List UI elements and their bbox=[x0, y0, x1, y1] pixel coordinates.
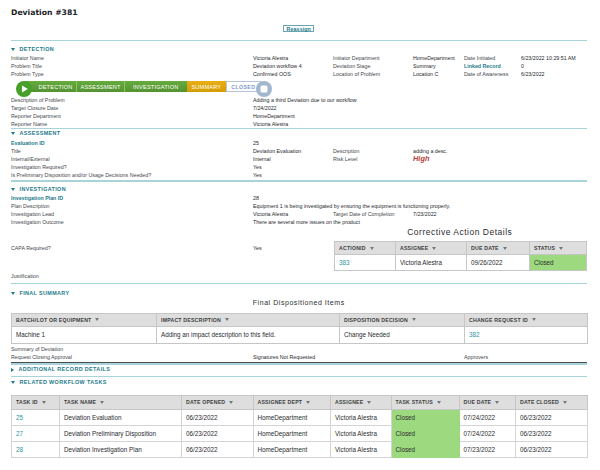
field-value: Yes bbox=[253, 244, 333, 252]
task-status-cell: Closed bbox=[391, 441, 459, 457]
due-date-cell: 09/26/2022 bbox=[467, 255, 530, 271]
field-label: Deviation Stage bbox=[333, 62, 413, 70]
reassign-button[interactable]: Reassign bbox=[283, 25, 314, 32]
expand-icon[interactable] bbox=[11, 368, 14, 372]
sort-icon[interactable] bbox=[42, 401, 46, 404]
field-row: Description of Problem Adding a third De… bbox=[11, 96, 587, 104]
field-value: Adding a third Deviation due to our work… bbox=[253, 96, 333, 104]
table-row: Machine 1 Adding an impact description t… bbox=[12, 327, 588, 344]
section-header-investigation[interactable]: INVESTIGATION bbox=[11, 186, 587, 193]
field-label: Date of Awareness bbox=[464, 70, 521, 78]
play-icon bbox=[16, 81, 32, 97]
table-row: 383 Victoria Alestra 09/26/2022 Closed bbox=[335, 255, 587, 271]
section-title: DETECTION bbox=[20, 46, 55, 53]
section-title: FINAL SUMMARY bbox=[20, 290, 70, 297]
assignee-dept-cell: HomeDepartment bbox=[253, 441, 331, 457]
column-header[interactable]: DATE CLOSED bbox=[516, 396, 588, 410]
workflow-tasks-table: TASK ID TASK NAME DATE OPENED ASSIGNEE D… bbox=[11, 395, 588, 458]
sort-icon[interactable] bbox=[412, 318, 416, 321]
workflow-stage-bar: DETECTION ASSESSMENT INVESTIGATION SUMMA… bbox=[16, 79, 278, 95]
field-label: Target Closure Date bbox=[11, 104, 253, 112]
section-header-assessment[interactable]: ASSESSMENT bbox=[11, 130, 587, 137]
due-date-cell: 07/24/2022 bbox=[459, 425, 516, 441]
action-id-link[interactable]: 383 bbox=[339, 259, 350, 266]
section-title: RELATED WORKFLOW TASKS bbox=[20, 379, 107, 386]
task-id-link[interactable]: 25 bbox=[16, 414, 23, 421]
assignee-cell: Victoria Alestra bbox=[331, 409, 392, 425]
task-id-link[interactable]: 28 bbox=[16, 446, 23, 453]
field-value: Yes bbox=[253, 163, 333, 171]
table-row: 25 Deviation Evaluation 06/23/2022 HomeD… bbox=[12, 409, 588, 425]
change-request-link[interactable]: 382 bbox=[469, 331, 480, 338]
sort-icon[interactable] bbox=[367, 401, 371, 404]
field-value: Internal bbox=[253, 155, 333, 163]
investigation-fields: Investigation Plan ID 28 Plan Descriptio… bbox=[11, 194, 587, 226]
column-header[interactable]: IMPACT DESCRIPTION bbox=[157, 313, 340, 326]
column-header[interactable]: DISPOSITION DECISION bbox=[340, 313, 465, 326]
section-divider bbox=[11, 376, 587, 377]
field-row: Problem Title Deviation workflow 4 Devia… bbox=[11, 62, 587, 70]
field-value: Victoria Alestra bbox=[253, 120, 333, 128]
table-row: 28 Deviation Investigation Plan 06/23/20… bbox=[12, 441, 588, 457]
sort-icon[interactable] bbox=[225, 318, 229, 321]
field-row: Title Deviation Evaluation Description a… bbox=[11, 147, 587, 155]
sort-icon[interactable] bbox=[229, 401, 233, 404]
impact-description-cell: Adding an impact description to this fie… bbox=[157, 327, 340, 344]
collapse-icon[interactable] bbox=[11, 132, 15, 135]
sort-icon[interactable] bbox=[100, 401, 104, 404]
field-label: Evaluation ID bbox=[11, 139, 253, 147]
column-header[interactable]: DATE OPENED bbox=[182, 396, 254, 410]
section-header-final-summary[interactable]: FINAL SUMMARY bbox=[11, 290, 587, 297]
sort-icon[interactable] bbox=[532, 318, 536, 321]
assignee-cell: Victoria Alestra bbox=[331, 441, 392, 457]
field-value: 7/23/2022 bbox=[413, 210, 464, 218]
column-header[interactable]: DUE DATE bbox=[459, 396, 516, 410]
field-label: Plan Description bbox=[11, 202, 253, 210]
collapse-icon[interactable] bbox=[11, 292, 15, 295]
collapse-icon[interactable] bbox=[11, 188, 15, 191]
sort-icon[interactable] bbox=[437, 401, 441, 404]
column-header[interactable]: BATCH/LOT OR EQUIPMENT bbox=[12, 313, 157, 326]
section-divider bbox=[11, 283, 587, 284]
section-header-workflow-tasks[interactable]: RELATED WORKFLOW TASKS bbox=[11, 379, 587, 386]
section-divider bbox=[11, 180, 587, 181]
stage-summary: SUMMARY bbox=[187, 81, 227, 92]
field-row: Request Closing Approval Signatures Not … bbox=[11, 353, 587, 361]
field-label: Investigation Outcome bbox=[11, 218, 253, 226]
sort-icon[interactable] bbox=[306, 401, 310, 404]
field-value: Deviation Evaluation bbox=[253, 147, 333, 155]
field-label: Is Preliminary Disposition and/or Usage … bbox=[11, 171, 253, 179]
collapse-icon[interactable] bbox=[11, 381, 15, 384]
table-header-row: BATCH/LOT OR EQUIPMENT IMPACT DESCRIPTIO… bbox=[12, 313, 588, 326]
column-header[interactable]: TASK STATUS bbox=[391, 396, 459, 410]
field-label: Date Initiated bbox=[464, 54, 521, 62]
disposition-decision-cell: Change Needed bbox=[340, 327, 465, 344]
field-value: There are several more issues on the pro… bbox=[253, 218, 333, 226]
field-value: HomeDepartment bbox=[413, 54, 464, 62]
table-header-row: TASK ID TASK NAME DATE OPENED ASSIGNEE D… bbox=[12, 396, 588, 410]
detection-fields: Initiator Name Victoria Alestra Initiato… bbox=[11, 54, 587, 78]
task-id-link[interactable]: 27 bbox=[16, 430, 23, 437]
final-dispositioned-table: BATCH/LOT OR EQUIPMENT IMPACT DESCRIPTIO… bbox=[11, 313, 588, 344]
column-header[interactable]: ASSIGNEE bbox=[331, 396, 392, 410]
column-header[interactable]: CHANGE REQUEST ID bbox=[465, 313, 588, 326]
collapse-icon[interactable] bbox=[11, 48, 15, 51]
sort-icon[interactable] bbox=[495, 401, 499, 404]
section-divider bbox=[11, 128, 587, 129]
sort-icon[interactable] bbox=[563, 401, 567, 404]
assignee-cell: Victoria Alestra bbox=[331, 425, 392, 441]
due-date-cell: 07/24/2022 bbox=[459, 409, 516, 425]
section-title: INVESTIGATION bbox=[20, 186, 66, 193]
corrective-action-zone: Corrective Action Details ACTIONID ASSIG… bbox=[11, 226, 587, 283]
section-header-additional-details[interactable]: ADDITIONAL RECORD DETAILS bbox=[11, 366, 587, 373]
column-header[interactable]: ASSIGNEE DEPT bbox=[253, 396, 331, 410]
section-title: ASSESSMENT bbox=[20, 130, 61, 137]
column-header[interactable]: TASK NAME bbox=[60, 396, 182, 410]
section-divider bbox=[11, 363, 587, 364]
sort-icon[interactable] bbox=[95, 318, 99, 321]
field-row: CAPA Required? Yes bbox=[11, 244, 587, 252]
status-cell: Closed bbox=[530, 255, 587, 271]
section-header-detection[interactable]: DETECTION bbox=[11, 46, 587, 53]
date-closed-cell: 06/23/2022 bbox=[516, 425, 588, 441]
column-header[interactable]: TASK ID bbox=[12, 396, 60, 410]
